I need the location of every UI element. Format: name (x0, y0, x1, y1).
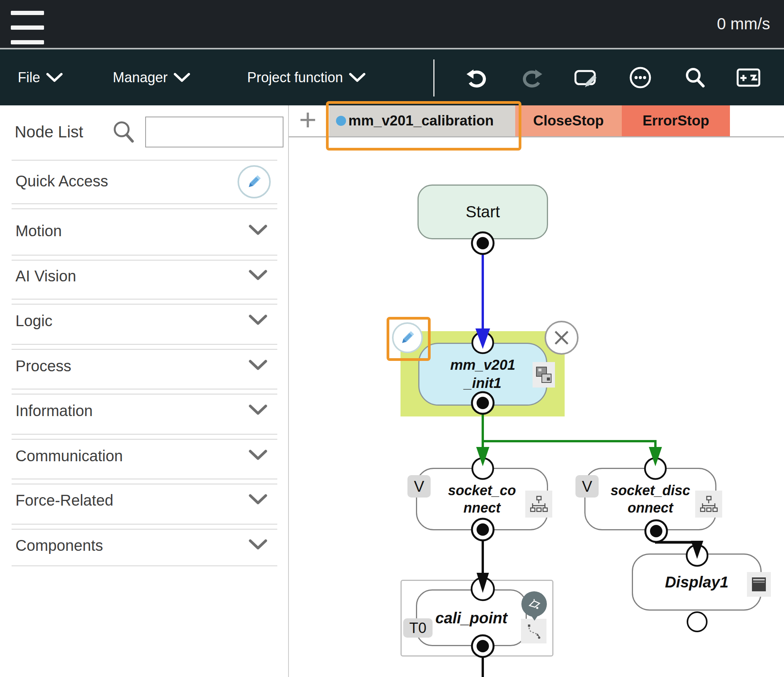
divider (12, 208, 277, 209)
chevron-down-icon[interactable] (249, 405, 267, 417)
search-icon[interactable] (682, 65, 708, 90)
node-label: Display1 (665, 572, 729, 592)
node-badge-v: V (575, 475, 599, 498)
divider (12, 484, 277, 484)
tab-label: mm_v201_calibration (348, 113, 494, 129)
add-tab-button[interactable]: + (294, 108, 321, 135)
badge-label: V (582, 478, 592, 495)
chevron-down-icon[interactable] (249, 315, 267, 327)
node-label: Start (466, 202, 500, 222)
project-tab-bar: + mm_v201_calibration CloseStop ErrorSto… (289, 105, 784, 137)
chevron-down-icon[interactable] (249, 494, 267, 506)
hamburger-menu-icon[interactable] (11, 5, 49, 42)
sidebar-item-information[interactable]: Information (15, 402, 93, 420)
divider (12, 529, 277, 530)
display-icon (747, 572, 771, 597)
flow-canvas[interactable]: Start mm_v201_init1 socket_connect V soc… (289, 137, 784, 677)
hamburger-bar (11, 11, 44, 15)
chevron-down-icon[interactable] (249, 539, 267, 552)
menu-manager[interactable]: Manager (113, 49, 190, 105)
toolbar-separator (433, 59, 434, 96)
quick-access-edit-icon[interactable] (238, 165, 271, 198)
edit-tag-icon[interactable] (574, 65, 599, 90)
sidebar-item-process[interactable]: Process (15, 357, 71, 375)
top-bar: 0 mm/s (0, 0, 784, 49)
menu-manager-label: Manager (113, 69, 168, 86)
node-badge-v: V (407, 475, 431, 498)
sidebar-item-force-related[interactable]: Force-Related (15, 492, 113, 509)
divider (12, 160, 277, 161)
sidebar-item-components[interactable]: Components (15, 537, 103, 554)
menu-file-label: File (18, 69, 40, 86)
tab-closestop[interactable]: CloseStop (515, 105, 622, 136)
network-icon (695, 491, 722, 518)
chevron-down-icon[interactable] (249, 360, 267, 372)
chevron-down-icon[interactable] (249, 450, 267, 462)
divider (12, 434, 277, 435)
divider (12, 565, 277, 566)
node-mm-v201-init1[interactable]: mm_v201_init1 (418, 343, 547, 406)
tab-active-dot-icon (336, 116, 346, 126)
node-label: socket_disconnect (610, 482, 691, 516)
subflow-image-icon (533, 362, 555, 388)
menu-file[interactable]: File (18, 49, 63, 105)
divider (12, 255, 277, 256)
node-display1[interactable]: Display1 (632, 553, 762, 611)
arrowhead-green (649, 447, 662, 466)
sidebar-item-ai-vision[interactable]: AI Vision (15, 267, 76, 285)
divider (12, 299, 277, 300)
redo-icon[interactable] (520, 65, 545, 90)
node-search-input[interactable] (145, 117, 283, 147)
menu-bar: File Manager Project function (0, 49, 784, 105)
tab-errorstop[interactable]: ErrorStop (622, 105, 730, 136)
divider (12, 479, 277, 479)
divider (12, 203, 277, 204)
menu-project-function[interactable]: Project function (247, 49, 365, 105)
network-icon (525, 491, 552, 518)
node-list-sidebar: Node List Quick Access Motion AI Vision … (0, 105, 289, 677)
divider (12, 439, 277, 440)
badge-label: T0 (409, 620, 426, 636)
undo-icon[interactable] (463, 65, 489, 90)
quick-access-label: Quick Access (15, 173, 108, 190)
comment-more-icon[interactable] (628, 65, 653, 90)
tmflow-app: 0 mm/s File Manager Project function (0, 0, 784, 677)
sidebar-item-logic[interactable]: Logic (15, 312, 53, 330)
badge-label: V (414, 478, 424, 495)
chevron-down-icon[interactable] (249, 225, 267, 237)
chevron-down-icon (349, 73, 365, 82)
node-cali-point[interactable]: cali_point (416, 589, 527, 646)
node-badge-t0: T0 (403, 618, 433, 638)
edit-node-pencil-icon[interactable] (392, 322, 423, 353)
divider (12, 344, 277, 345)
chevron-down-icon (174, 73, 190, 82)
hamburger-bar (11, 40, 44, 44)
divider (12, 260, 277, 261)
tab-mm-v201-calibration[interactable]: mm_v201_calibration (329, 105, 515, 136)
node-label: cali_point (421, 608, 522, 628)
chevron-down-icon[interactable] (249, 270, 267, 282)
divider (12, 389, 277, 389)
tab-label: CloseStop (533, 113, 604, 129)
view-adjust-icon[interactable] (736, 65, 761, 90)
sidebar-item-motion[interactable]: Motion (15, 222, 62, 240)
divider (12, 394, 277, 394)
menu-project-function-label: Project function (247, 69, 343, 86)
robot-speed-indicator: 0 mm/s (717, 15, 770, 33)
port-display-out (687, 612, 707, 631)
node-start[interactable]: Start (417, 184, 548, 239)
node-label: mm_v201_init1 (448, 356, 518, 392)
divider (12, 304, 277, 305)
divider (12, 349, 277, 350)
arrowhead-green (476, 447, 489, 466)
divider (12, 524, 277, 525)
sidebar-item-communication[interactable]: Communication (15, 447, 123, 465)
node-list-title: Node List (15, 123, 83, 141)
node-search-icon[interactable] (111, 119, 136, 146)
point-manager-balloon-icon (521, 591, 547, 617)
path-point-icon (521, 619, 546, 643)
delete-node-icon[interactable] (545, 321, 579, 355)
hamburger-bar (11, 25, 44, 30)
chevron-down-icon (46, 73, 63, 82)
tab-label: ErrorStop (643, 113, 709, 129)
